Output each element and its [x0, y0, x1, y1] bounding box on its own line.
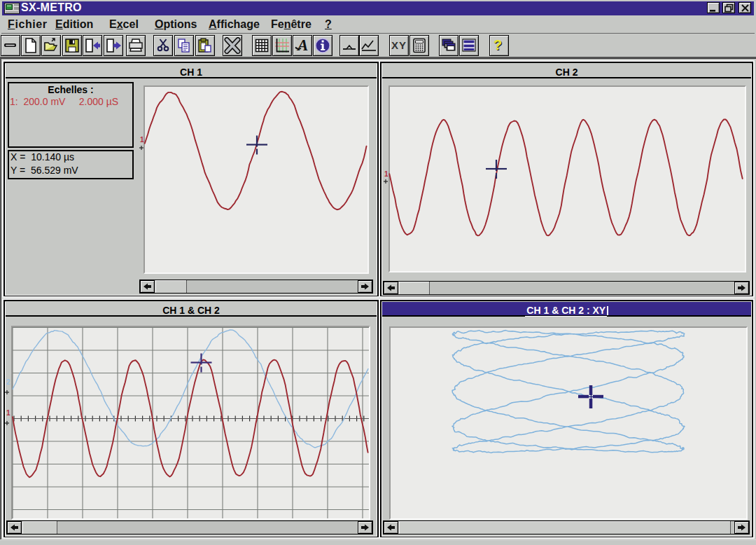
- svg-text:2: 2: [6, 378, 10, 386]
- svg-text:1: 1: [6, 409, 10, 417]
- svg-text:1: 1: [384, 170, 388, 178]
- svg-text:1: 1: [140, 136, 144, 144]
